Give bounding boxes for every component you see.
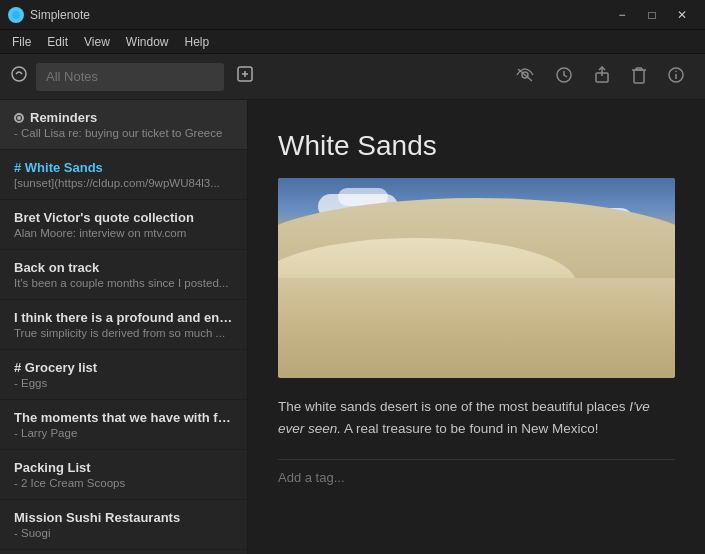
- note-title: Back on track: [14, 260, 233, 275]
- pin-icon: [10, 65, 28, 88]
- list-item[interactable]: Back on track It's been a couple months …: [0, 250, 247, 300]
- note-title: Bret Victor's quote collection: [14, 210, 233, 225]
- note-preview: - Larry Page: [14, 427, 233, 439]
- note-content: White Sands The white sands desert is on…: [248, 100, 705, 554]
- desert-ground: [278, 278, 675, 378]
- note-title: Mission Sushi Restaurants: [14, 510, 233, 525]
- note-image: [278, 178, 675, 378]
- menu-window[interactable]: Window: [118, 30, 177, 53]
- note-title: The moments that we have with fri...: [14, 410, 233, 425]
- list-item[interactable]: The moments that we have with fri... - L…: [0, 400, 247, 450]
- list-item[interactable]: Reminders - Call Lisa re: buying our tic…: [0, 100, 247, 150]
- note-preview: It's been a couple months since I posted…: [14, 277, 233, 289]
- search-input[interactable]: [36, 63, 224, 91]
- history-icon[interactable]: [555, 66, 573, 88]
- list-item[interactable]: Packing List - 2 Ice Cream Scoops: [0, 450, 247, 500]
- tag-input[interactable]: [278, 459, 675, 495]
- app-icon: [8, 7, 24, 23]
- list-item[interactable]: Mission Sushi Restaurants - Suogi: [0, 500, 247, 550]
- note-title: Reminders: [14, 110, 233, 125]
- note-heading: White Sands: [278, 130, 675, 162]
- menu-help[interactable]: Help: [177, 30, 218, 53]
- list-item[interactable]: I think there is a profound and end... T…: [0, 300, 247, 350]
- menu-file[interactable]: File: [4, 30, 39, 53]
- list-item[interactable]: # Grocery list - Eggs: [0, 350, 247, 400]
- window-controls: − □ ✕: [607, 4, 697, 26]
- share-icon[interactable]: [593, 66, 611, 88]
- note-preview: Alan Moore: interview on mtv.com: [14, 227, 233, 239]
- list-item[interactable]: # White Sands [sunset](https://cldup.com…: [0, 150, 247, 200]
- note-preview: - Eggs: [14, 377, 233, 389]
- trash-icon[interactable]: [631, 66, 647, 88]
- note-title: Packing List: [14, 460, 233, 475]
- menu-bar: File Edit View Window Help: [0, 30, 705, 54]
- minimize-button[interactable]: −: [607, 4, 637, 26]
- info-icon[interactable]: [667, 66, 685, 88]
- list-item[interactable]: Bret Victor's quote collection Alan Moor…: [0, 200, 247, 250]
- title-bar-left: Simplenote: [8, 7, 90, 23]
- note-title: # White Sands: [14, 160, 233, 175]
- new-note-button[interactable]: [232, 65, 258, 88]
- app-container: Reminders - Call Lisa re: buying our tic…: [0, 54, 705, 554]
- toolbar: [0, 54, 705, 100]
- svg-point-11: [675, 70, 677, 72]
- svg-point-1: [12, 67, 26, 81]
- note-title: # Grocery list: [14, 360, 233, 375]
- note-preview: - Call Lisa re: buying our ticket to Gre…: [14, 127, 233, 139]
- menu-view[interactable]: View: [76, 30, 118, 53]
- note-preview: [sunset](https://cldup.com/9wpWU84l3...: [14, 177, 233, 189]
- note-body: The white sands desert is one of the mos…: [278, 396, 675, 439]
- radio-dot: [14, 113, 24, 123]
- toolbar-left: [10, 63, 258, 91]
- svg-point-0: [12, 11, 20, 19]
- note-title: I think there is a profound and end...: [14, 310, 233, 325]
- note-preview: - 2 Ice Cream Scoops: [14, 477, 233, 489]
- close-button[interactable]: ✕: [667, 4, 697, 26]
- eye-off-icon[interactable]: [515, 67, 535, 87]
- maximize-button[interactable]: □: [637, 4, 667, 26]
- sidebar: Reminders - Call Lisa re: buying our tic…: [0, 100, 248, 554]
- note-preview: True simplicity is derived from so much …: [14, 327, 233, 339]
- window-title: Simplenote: [30, 8, 90, 22]
- content-area: Reminders - Call Lisa re: buying our tic…: [0, 100, 705, 554]
- note-preview: - Suogi: [14, 527, 233, 539]
- menu-edit[interactable]: Edit: [39, 30, 76, 53]
- title-bar: Simplenote − □ ✕: [0, 0, 705, 30]
- toolbar-right: [515, 66, 695, 88]
